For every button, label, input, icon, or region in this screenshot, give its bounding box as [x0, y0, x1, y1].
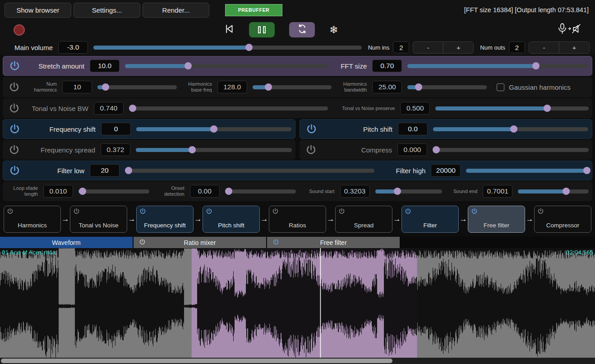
num-outs-decrement-button[interactable]: - [529, 42, 559, 53]
module-filter[interactable]: Filter [401, 206, 459, 233]
module-power-icon[interactable] [206, 208, 212, 216]
onset-slider[interactable] [225, 188, 296, 195]
onset-value[interactable]: 0.00 [190, 185, 220, 198]
module-power-icon[interactable] [537, 208, 544, 216]
freq_spread-value[interactable]: 0.372 [101, 143, 130, 156]
stretch-power-icon[interactable] [7, 60, 22, 72]
module-tonal-vs-noise[interactable]: Tonal vs Noise [70, 206, 127, 233]
onset-slider-handle[interactable] [225, 188, 232, 195]
module-power-icon[interactable] [272, 208, 279, 216]
loop_xfade-slider-handle[interactable] [79, 188, 86, 195]
main_volume-slider[interactable] [93, 44, 362, 51]
waveform-display[interactable]: 01 Ace of Aces.m4a 02:04.565 [0, 248, 595, 358]
module-power-icon[interactable] [338, 208, 345, 216]
fft_size-slider-handle[interactable] [532, 62, 540, 69]
ratio-mixer-power-icon[interactable] [139, 239, 146, 247]
filter_high-slider[interactable] [466, 167, 588, 174]
num-ins-decrement-button[interactable]: - [413, 42, 443, 53]
module-ratios[interactable]: Ratios [269, 206, 326, 233]
fft_size-value[interactable]: 0.70 [372, 60, 402, 72]
module-spread[interactable]: Spread [335, 206, 392, 233]
freeze-button[interactable]: ❄ [329, 25, 338, 35]
module-compressor[interactable]: Compressor [534, 206, 591, 233]
main_volume-value[interactable]: -3.0 [58, 41, 88, 54]
filter-power-icon[interactable] [7, 165, 22, 176]
loop-button[interactable] [289, 22, 315, 37]
tab-free-filter[interactable]: Free filter [267, 237, 400, 248]
loop_xfade-slider[interactable] [78, 188, 149, 195]
loop_xfade-value[interactable]: 0.010 [43, 185, 73, 198]
settings-button[interactable]: Settings... [74, 3, 140, 18]
sound_start-value[interactable]: 0.3203 [340, 185, 370, 198]
num_harmonics-value[interactable]: 10 [62, 81, 92, 93]
waveform-scrollbar-thumb[interactable] [1, 359, 392, 363]
filter_low-value[interactable]: 20 [90, 164, 120, 177]
module-pitch-shift[interactable]: Pitch shift [203, 206, 260, 233]
tonal_bw-value[interactable]: 0.740 [94, 102, 124, 115]
stretch-value[interactable]: 10.0 [90, 60, 120, 72]
module-power-icon[interactable] [73, 208, 80, 216]
frequency-shift-power-icon[interactable] [7, 124, 22, 135]
harmonics_bandwidth-slider-handle[interactable] [415, 83, 422, 91]
num-outs-value[interactable]: 2 [509, 41, 525, 53]
filter_high-value[interactable]: 20000 [431, 164, 461, 177]
harmonics_base_freq-slider-handle[interactable] [265, 83, 272, 91]
sound_end-slider[interactable] [518, 188, 589, 195]
module-power-icon[interactable] [471, 208, 478, 216]
harmonics_bandwidth-slider[interactable] [407, 83, 487, 91]
compress-slider[interactable] [433, 146, 589, 153]
num_harmonics-slider-handle[interactable] [102, 83, 109, 91]
freq_shift-slider[interactable] [136, 125, 291, 133]
filter_low-slider[interactable] [125, 167, 374, 174]
render-button[interactable]: Render... [143, 3, 209, 18]
pitch_shift-slider-handle[interactable] [510, 125, 517, 133]
harmonics-power-icon[interactable] [6, 82, 22, 93]
tonal-power-icon[interactable] [6, 103, 22, 114]
sound_start-slider-handle[interactable] [394, 188, 401, 195]
record-button[interactable] [14, 24, 25, 36]
pitch-shift-power-icon[interactable] [304, 124, 319, 135]
module-power-icon[interactable] [405, 208, 411, 216]
prebuffer-button[interactable]: PREBUFFER [225, 4, 282, 16]
pitch_shift-value[interactable]: 0.0 [398, 123, 428, 135]
waveform-canvas[interactable] [0, 248, 595, 358]
num-outs-increment-button[interactable]: + [559, 42, 589, 53]
module-free-filter[interactable]: Free filter [468, 206, 525, 233]
harmonics_base_freq-slider[interactable] [253, 83, 332, 91]
freq_shift-value[interactable]: 0 [101, 123, 131, 135]
sound_start-slider[interactable] [375, 188, 443, 195]
pitch_shift-slider[interactable] [433, 125, 588, 133]
tonal_preserve-slider[interactable] [435, 105, 589, 112]
frequency-spread-power-icon[interactable] [6, 144, 22, 156]
sound_end-slider-handle[interactable] [563, 188, 570, 195]
stretch-slider[interactable] [125, 62, 328, 69]
module-power-icon[interactable] [139, 208, 146, 216]
pause-button[interactable] [249, 22, 275, 37]
num_harmonics-slider[interactable] [97, 83, 177, 91]
num-ins-value[interactable]: 2 [393, 41, 409, 53]
freq_shift-slider-handle[interactable] [210, 125, 217, 133]
num-ins-increment-button[interactable]: + [443, 42, 473, 53]
free-filter-power-icon[interactable] [272, 239, 279, 247]
show-browser-button[interactable]: Show browser [5, 3, 71, 18]
gaussian-harmonics-checkbox[interactable] [497, 83, 504, 91]
freq_spread-slider[interactable] [136, 146, 292, 153]
tab-waveform[interactable]: Waveform [0, 237, 133, 248]
main_volume-slider-handle[interactable] [245, 44, 253, 51]
harmonics_base_freq-value[interactable]: 128.0 [217, 81, 247, 93]
compress-slider-handle[interactable] [433, 146, 440, 153]
mic-to-muted-speaker-icon[interactable] [556, 23, 584, 37]
stretch-slider-handle[interactable] [184, 62, 192, 69]
harmonics_bandwidth-value[interactable]: 25.00 [372, 81, 402, 93]
filter_high-slider-handle[interactable] [583, 167, 590, 174]
module-frequency-shift[interactable]: Frequency shift [136, 206, 194, 233]
compress-value[interactable]: 0.000 [397, 143, 427, 156]
tonal_bw-slider[interactable] [129, 105, 328, 112]
tonal_bw-slider-handle[interactable] [129, 105, 136, 112]
compress-power-icon[interactable] [303, 144, 318, 156]
fft_size-slider[interactable] [407, 62, 588, 69]
skip-to-start-icon[interactable] [223, 23, 235, 37]
tab-ratio-mixer[interactable]: Ratio mixer [134, 237, 266, 248]
tonal_preserve-value[interactable]: 0.500 [400, 102, 430, 115]
waveform-scrollbar[interactable] [0, 358, 595, 364]
